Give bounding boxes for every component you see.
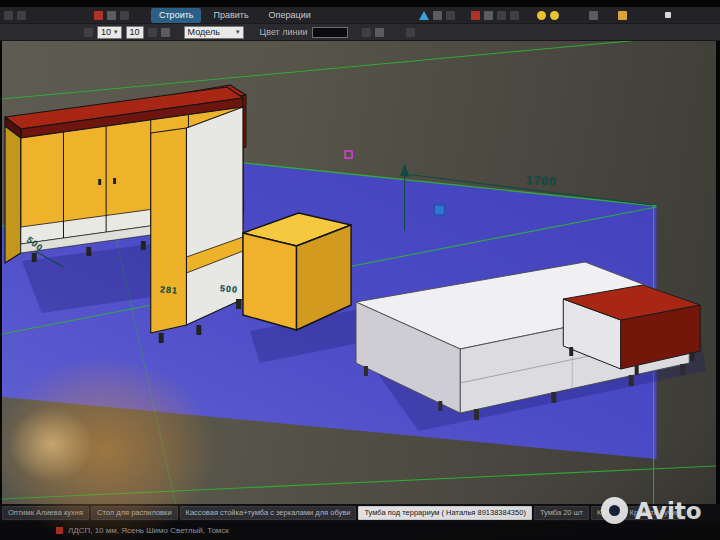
status-bar: ЛДСП, 10 мм, Ясень Шимо Светлый, Томск	[0, 521, 720, 540]
zoom-icon[interactable]	[446, 11, 455, 20]
doc-tab-6[interactable]: Купэ-	[591, 506, 622, 520]
snap-marker-magenta	[345, 151, 352, 158]
material-color-chip	[56, 527, 63, 534]
model-dropdown-value: Модель	[188, 27, 220, 37]
pen-icon[interactable]	[148, 28, 157, 37]
document-taskbar: Оптимк Алиева кухня Стол для распиловки …	[0, 504, 720, 521]
app-icon[interactable]	[4, 11, 13, 20]
selection-handle-blue[interactable]	[434, 205, 444, 215]
lamp-icon[interactable]	[537, 11, 546, 20]
grid-icon[interactable]	[84, 28, 93, 37]
open-icon[interactable]	[107, 11, 116, 20]
toolbar-main: Строить Править Операции	[0, 7, 720, 24]
measure-icon[interactable]	[484, 11, 493, 20]
axis-icon[interactable]	[510, 11, 519, 20]
doc-tab-3[interactable]: Кассовая стойка+тумба с зеркалами для об…	[180, 506, 357, 520]
brush-icon[interactable]	[161, 28, 170, 37]
settings-icon[interactable]	[665, 12, 671, 18]
doc-tab-2[interactable]: Стол для распиловки	[91, 506, 178, 520]
fill-icon[interactable]	[362, 28, 371, 37]
3d-viewport[interactable]: 1700 500 281 500	[2, 41, 716, 504]
chevron-down-icon: ▾	[114, 28, 118, 36]
material-info: ЛДСП, 10 мм, Ясень Шимо Светлый, Томск	[68, 526, 229, 535]
toolbar-properties: 10 ▾ 10 Модель ▾ Цвет линии	[0, 24, 720, 41]
menu-build[interactable]: Строить	[151, 8, 201, 23]
pointer-icon[interactable]	[419, 11, 429, 20]
step-field-2[interactable]: 10	[126, 26, 144, 39]
save-icon[interactable]	[120, 11, 129, 20]
pan-icon[interactable]	[433, 11, 442, 20]
lamp2-icon[interactable]	[550, 11, 559, 20]
dimension-label-281: 281	[160, 284, 179, 296]
chevron-down-icon: ▾	[236, 28, 240, 36]
doc-tab-5[interactable]: Тумба 20 шт	[534, 506, 589, 520]
step-field[interactable]: 10 ▾	[97, 26, 122, 39]
layers-icon[interactable]	[589, 11, 598, 20]
material-icon[interactable]	[375, 28, 384, 37]
doc-tab-7[interactable]: Кровать Кучин	[624, 506, 686, 520]
line-color-label: Цвет линии	[260, 27, 308, 37]
line-color-swatch[interactable]	[312, 27, 348, 38]
step-value-2: 10	[130, 27, 140, 37]
stop-icon[interactable]	[471, 11, 480, 20]
dimension-label-500a: 500	[220, 283, 239, 295]
snap-icon[interactable]	[497, 11, 506, 20]
view-icon[interactable]	[406, 28, 415, 37]
render-icon[interactable]	[618, 11, 627, 20]
menu-edit[interactable]: Править	[205, 8, 256, 23]
yellow-cube-3d[interactable]	[243, 213, 351, 330]
dimension-label-1700: 1700	[526, 173, 558, 189]
record-icon[interactable]	[94, 11, 103, 20]
doc-tab-4-active[interactable]: Тумба под террариум ( Наталья 8913838435…	[358, 506, 531, 520]
model-dropdown[interactable]: Модель ▾	[184, 26, 244, 39]
menu-operations[interactable]: Операции	[261, 8, 319, 23]
new-file-icon[interactable]	[17, 11, 26, 20]
monitor-photo: Строить Править Операции 10 ▾ 10 Модель …	[0, 0, 720, 540]
doc-tab-1[interactable]: Оптимк Алиева кухня	[2, 506, 89, 520]
step-value: 10	[101, 27, 111, 37]
